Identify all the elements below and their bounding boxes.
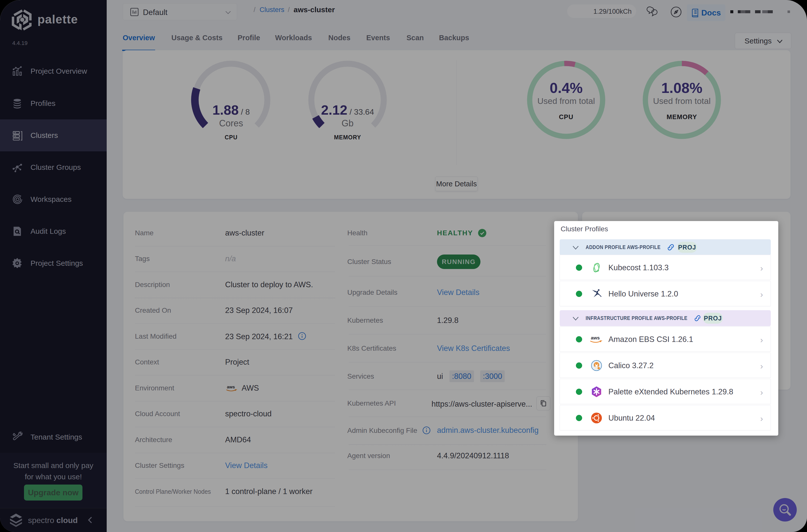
svg-text:aws: aws — [591, 335, 600, 340]
